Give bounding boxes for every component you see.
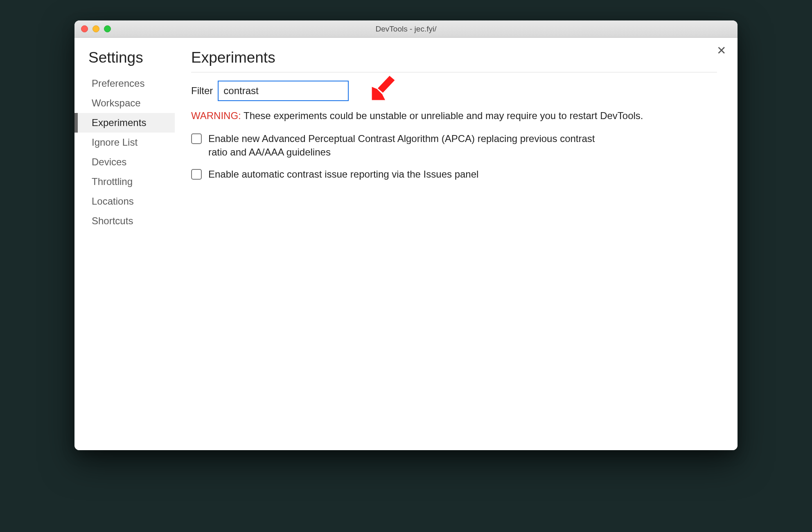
titlebar: DevTools - jec.fyi/ — [74, 20, 738, 38]
experiment-checkbox-apca[interactable] — [191, 133, 202, 144]
filter-label: Filter — [191, 85, 213, 97]
maximize-window-button[interactable] — [104, 25, 111, 32]
close-window-button[interactable] — [81, 25, 88, 32]
experiment-label: Enable automatic contrast issue reportin… — [208, 168, 478, 181]
experiment-row-apca: Enable new Advanced Perceptual Contrast … — [191, 132, 609, 159]
annotation-arrow-icon — [363, 69, 400, 106]
warning-text: WARNING: These experiments could be unst… — [191, 109, 717, 122]
sidebar-item-locations[interactable]: Locations — [74, 192, 175, 211]
settings-main: Experiments Filter WARNING: These experi… — [175, 38, 738, 450]
traffic-lights — [81, 25, 111, 32]
devtools-window: DevTools - jec.fyi/ ✕ Settings Preferenc… — [74, 20, 738, 450]
settings-panel: ✕ Settings Preferences Workspace Experim… — [74, 38, 738, 450]
sidebar-item-shortcuts[interactable]: Shortcuts — [74, 211, 175, 231]
experiment-label: Enable new Advanced Perceptual Contrast … — [208, 132, 609, 159]
experiment-checkbox-contrast-issues[interactable] — [191, 169, 202, 180]
settings-sidebar: Settings Preferences Workspace Experimen… — [74, 38, 175, 450]
sidebar-item-throttling[interactable]: Throttling — [74, 172, 175, 192]
experiment-row-contrast-issues: Enable automatic contrast issue reportin… — [191, 168, 609, 181]
sidebar-item-workspace[interactable]: Workspace — [74, 93, 175, 113]
sidebar-item-ignore-list[interactable]: Ignore List — [74, 133, 175, 152]
warning-label: WARNING: — [191, 110, 241, 121]
sidebar-title: Settings — [74, 49, 175, 74]
window-title: DevTools - jec.fyi/ — [74, 25, 738, 34]
sidebar-item-preferences[interactable]: Preferences — [74, 74, 175, 93]
filter-input[interactable] — [218, 81, 349, 101]
filter-row: Filter — [191, 81, 717, 101]
page-title: Experiments — [191, 49, 717, 72]
sidebar-item-experiments[interactable]: Experiments — [74, 113, 175, 133]
warning-body: These experiments could be unstable or u… — [241, 110, 643, 121]
minimize-window-button[interactable] — [92, 25, 99, 32]
sidebar-item-devices[interactable]: Devices — [74, 152, 175, 172]
